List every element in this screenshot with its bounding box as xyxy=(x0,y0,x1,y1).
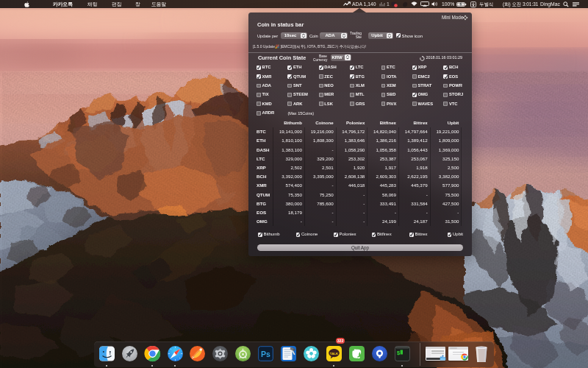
svg-text:TALK: TALK xyxy=(330,351,339,355)
svg-text:$: $ xyxy=(396,350,400,355)
svg-text:Ps: Ps xyxy=(261,349,270,358)
